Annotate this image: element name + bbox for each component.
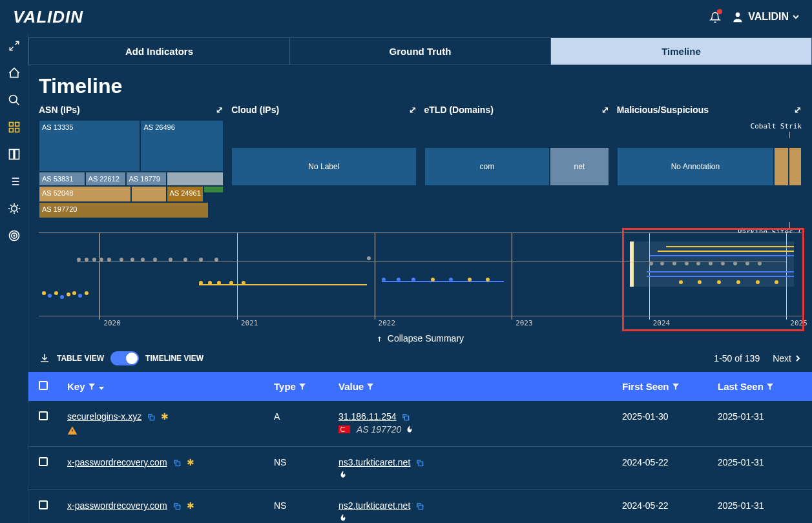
tab-ground-truth[interactable]: Ground Truth [290, 38, 551, 65]
table-row: x-passwordrecovery.com ✱ NS ns2.turktica… [28, 490, 812, 523]
panel-asn-title: ASN (IPs) [39, 105, 80, 115]
panel-etld-title: eTLD (Domains) [424, 105, 494, 115]
star-icon: ✱ [187, 500, 194, 511]
last-seen: 2025-01-31 [718, 457, 802, 467]
star-icon: ✱ [187, 457, 194, 467]
cloud-block[interactable]: No Label [231, 147, 416, 186]
next-button[interactable]: Next [773, 353, 802, 364]
svg-rect-3 [15, 123, 19, 127]
home-icon[interactable] [7, 66, 21, 80]
type-cell: NS [274, 500, 338, 511]
first-seen: 2025-01-30 [622, 411, 718, 422]
row-checkbox[interactable] [39, 457, 48, 466]
filter-icon[interactable] [88, 383, 96, 391]
expand-icon[interactable] [7, 39, 21, 53]
first-seen: 2024-05-22 [622, 500, 718, 511]
page-title: Timeline [28, 65, 812, 105]
asn-treemap[interactable]: AS 13335AS 26496 AS 53831AS 22612AS 1877… [39, 120, 224, 223]
select-all-checkbox[interactable] [39, 381, 48, 390]
timeline-view-label: TIMELINE VIEW [145, 354, 203, 363]
type-cell: A [274, 411, 338, 422]
view-toggle[interactable] [110, 351, 139, 365]
sidebar [0, 0, 28, 523]
svg-rect-21 [419, 462, 422, 466]
table-header: Key Type Value First Seen Last Seen [28, 372, 812, 401]
svg-point-0 [736, 12, 740, 17]
panel-malicious-title: Malicious/Suspicious [617, 105, 709, 115]
cobalt-strike-label: Cobalt Strik [751, 122, 802, 130]
target-icon[interactable] [7, 229, 21, 243]
svg-rect-18 [150, 416, 154, 420]
last-seen: 2025-01-31 [718, 411, 802, 422]
logo: VALIDIN [13, 7, 83, 27]
fire-icon [338, 470, 348, 479]
svg-rect-22 [176, 505, 180, 509]
copy-icon[interactable] [415, 500, 424, 511]
filter-icon[interactable] [672, 383, 680, 391]
svg-rect-7 [14, 150, 19, 159]
expand-malicious-icon[interactable]: ⤢ [794, 105, 802, 115]
svg-rect-19 [405, 416, 409, 420]
star-icon: ✱ [161, 411, 169, 422]
copy-icon[interactable] [172, 457, 182, 467]
last-seen: 2025-01-31 [718, 500, 802, 511]
svg-rect-2 [9, 123, 13, 127]
tab-timeline[interactable]: Timeline [551, 38, 811, 65]
etld-block[interactable]: comnet [424, 147, 609, 186]
table-view-label: TABLE VIEW [57, 354, 104, 363]
filter-icon[interactable] [298, 383, 306, 391]
expand-cloud-icon[interactable]: ⤢ [409, 105, 417, 115]
user-menu[interactable]: VALIDIN [731, 10, 799, 23]
first-seen: 2024-05-22 [622, 457, 718, 467]
svg-rect-6 [9, 150, 14, 159]
key-link[interactable]: x-passwordrecovery.com [67, 457, 167, 467]
search-icon[interactable] [7, 93, 21, 107]
svg-rect-4 [9, 128, 13, 132]
tab-add-indicators[interactable]: Add Indicators [29, 38, 290, 65]
filter-icon[interactable] [766, 383, 774, 391]
key-link[interactable]: securelogins-x.xyz [67, 411, 141, 422]
type-cell: NS [274, 457, 338, 467]
sort-icon[interactable] [98, 384, 105, 390]
copy-icon[interactable] [401, 411, 410, 422]
row-checkbox[interactable] [39, 411, 48, 420]
value-link[interactable]: ns3.turkticaret.net [338, 457, 410, 467]
filter-icon[interactable] [366, 383, 374, 391]
value-link[interactable]: 31.186.11.254 [338, 411, 397, 422]
list-icon[interactable] [7, 174, 21, 189]
svg-rect-23 [419, 505, 422, 509]
timeline-chart[interactable]: 2020 2021 2022 2023 2024 2025 [39, 232, 802, 316]
panel-cloud-title: Cloud (IPs) [231, 105, 279, 115]
svg-point-1 [9, 96, 17, 103]
malicious-block[interactable]: No Annotation [617, 147, 802, 186]
copy-icon[interactable] [172, 500, 182, 511]
svg-rect-5 [15, 128, 19, 132]
expand-asn-icon[interactable]: ⤢ [216, 105, 224, 115]
svg-point-17 [14, 235, 15, 236]
notifications-icon[interactable] [709, 10, 721, 24]
pagination-range: 1-50 of 139 [714, 353, 760, 364]
copy-icon[interactable] [415, 457, 424, 467]
value-link[interactable]: ns2.turkticaret.net [338, 500, 410, 511]
fire-icon [338, 513, 348, 522]
expand-etld-icon[interactable]: ⤢ [601, 105, 609, 115]
warning-icon [67, 424, 169, 435]
flag-icon [338, 426, 350, 433]
bug-icon[interactable] [7, 201, 21, 216]
columns-icon[interactable] [7, 147, 21, 161]
copy-icon[interactable] [147, 411, 156, 422]
fire-icon [405, 425, 414, 434]
download-icon[interactable] [39, 353, 50, 365]
svg-rect-20 [176, 462, 180, 466]
svg-point-14 [11, 206, 16, 211]
row-checkbox[interactable] [39, 500, 48, 509]
key-link[interactable]: x-passwordrecovery.com [67, 500, 167, 511]
table-row: securelogins-x.xyz ✱ A 31.186.11.254 AS … [28, 401, 812, 447]
table-row: x-passwordrecovery.com ✱ NS ns3.turktica… [28, 447, 812, 490]
grid-icon[interactable] [7, 120, 21, 134]
